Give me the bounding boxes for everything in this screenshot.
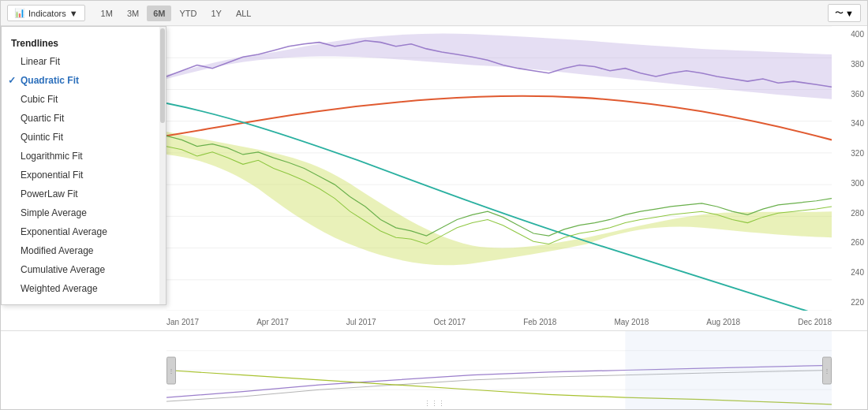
x-label-jan2017: Jan 2017 [166, 318, 199, 326]
chart-type-button[interactable]: 〜 ▼ [828, 4, 861, 22]
mini-selection [625, 331, 832, 409]
dropdown-scrollbar[interactable] [159, 27, 166, 304]
y-label-400: 400 [835, 30, 864, 39]
dropdown-item-logarithmic-fit[interactable]: Logarithmic Fit [2, 147, 166, 166]
dropdown-scrollbar-thumb [160, 28, 165, 123]
x-label-may2018: May 2018 [614, 318, 649, 326]
dropdown-item-exponential-fit[interactable]: Exponential Fit [2, 166, 166, 184]
x-label-oct2017: Oct 2017 [434, 318, 466, 326]
x-label-jul2017: Jul 2017 [346, 318, 376, 326]
mini-chart-svg [166, 331, 832, 409]
chart-type-arrow: ▼ [845, 9, 854, 18]
x-label-feb2018: Feb 2018 [523, 318, 556, 326]
indicators-button[interactable]: 📊 Indicators ▼ [7, 5, 85, 21]
y-label-360: 360 [835, 90, 864, 99]
dropdown-arrow: ▼ [69, 9, 78, 18]
main-chart-svg [166, 26, 832, 311]
x-label-apr2017: Apr 2017 [256, 318, 289, 326]
period-1m[interactable]: 1M [95, 6, 119, 21]
indicators-label: Indicators [28, 9, 66, 18]
period-6m[interactable]: 6M [147, 6, 171, 21]
period-ytd[interactable]: YTD [173, 6, 203, 21]
x-label-aug2018: Aug 2018 [706, 318, 740, 326]
period-1y[interactable]: 1Y [204, 6, 227, 21]
y-label-320: 320 [835, 149, 864, 158]
dropdown-item-cubic-fit[interactable]: Cubic Fit [2, 90, 166, 109]
y-label-300: 300 [835, 179, 864, 188]
red-fit-line [166, 96, 832, 140]
chart-icon: 📊 [14, 8, 25, 18]
mini-bottom-marker: ⋮⋮⋮ [424, 400, 445, 408]
app-container: 📊 Indicators ▼ 1M 3M 6M YTD 1Y ALL 〜 ▼ T… [0, 0, 868, 410]
y-axis: 400 380 360 340 320 300 280 260 240 220 [832, 26, 867, 311]
line-chart-icon: 〜 [835, 7, 844, 19]
mini-handle-right[interactable]: ⋮ [822, 356, 832, 384]
yellow-band [166, 132, 832, 265]
dropdown-item-powerlaw-fit[interactable]: PowerLaw Fit [2, 184, 166, 203]
dropdown-item-quintic-fit[interactable]: Quintic Fit [2, 128, 166, 147]
mini-handle-left[interactable]: ⋮ [166, 356, 176, 384]
x-axis: Jan 2017 Apr 2017 Jul 2017 Oct 2017 Feb … [166, 313, 832, 330]
dropdown-item-modified-average[interactable]: Modified Average [2, 241, 166, 260]
mini-chart: ⋮ ⋮ ⋮⋮⋮ [1, 330, 867, 409]
period-group: 1M 3M 6M YTD 1Y ALL [95, 6, 258, 21]
y-label-340: 340 [835, 119, 864, 128]
x-label-dec2018: Dec 2018 [798, 318, 832, 326]
dropdown-header: Trendlines [2, 33, 166, 52]
period-3m[interactable]: 3M [121, 6, 145, 21]
y-label-240: 240 [835, 268, 864, 277]
y-label-260: 260 [835, 238, 864, 247]
y-label-220: 220 [835, 298, 864, 307]
period-all[interactable]: ALL [230, 6, 258, 21]
dropdown-menu: Trendlines Linear Fit Quadratic Fit Cubi… [1, 26, 166, 305]
dropdown-item-linear-fit[interactable]: Linear Fit [2, 52, 166, 71]
dropdown-item-quartic-fit[interactable]: Quartic Fit [2, 109, 166, 128]
dropdown-item-exponential-average[interactable]: Exponential Average [2, 222, 166, 241]
dropdown-item-weighted-average[interactable]: Weighted Average [2, 279, 166, 298]
dropdown-item-simple-average[interactable]: Simple Average [2, 203, 166, 222]
y-label-380: 380 [835, 60, 864, 69]
dropdown-item-quadratic-fit[interactable]: Quadratic Fit [2, 71, 166, 90]
chart-area: Trendlines Linear Fit Quadratic Fit Cubi… [1, 26, 867, 409]
dropdown-item-cumulative-average[interactable]: Cumulative Average [2, 260, 166, 279]
toolbar: 📊 Indicators ▼ 1M 3M 6M YTD 1Y ALL 〜 ▼ [1, 1, 867, 26]
y-label-280: 280 [835, 209, 864, 218]
